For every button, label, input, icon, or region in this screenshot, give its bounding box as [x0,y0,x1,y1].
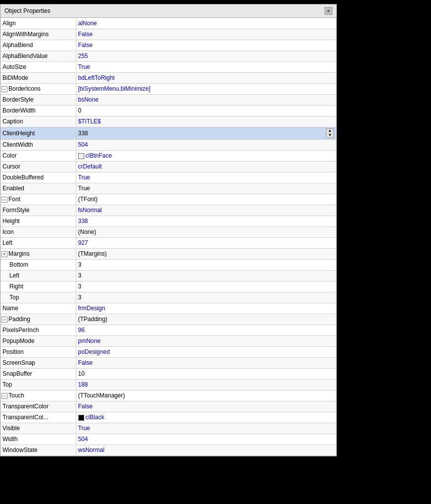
spinner-value-client-height: 338 [78,130,88,137]
prop-name-caption: Caption [0,116,76,127]
prop-name-auto-size: AutoSize [0,61,76,72]
prop-value-form-style: fsNormal [76,205,336,216]
prop-value-client-width: 504 [76,139,336,150]
prop-name-name: Name [0,303,76,314]
prop-value-auto-size: True [76,61,336,72]
color-swatch-transparent-color-value [78,415,84,421]
prop-value-transparent-color: False [76,401,336,412]
prop-name-border-width: BorderWidth [0,105,76,116]
prop-name-client-height: ClientHeight [0,127,76,139]
prop-name-margins: +Margins [0,248,76,259]
prop-name-enabled: Enabled [0,183,76,194]
prop-name-window-state: WindowState [0,445,76,455]
prop-value-bidi-mode: bdLeftToRight [76,72,336,83]
prop-name-form-style: FormStyle [0,205,76,216]
prop-value-margins-left: 3 [76,270,336,281]
prop-name-left: Left [0,237,76,248]
spinner-buttons-client-height[interactable]: ▲▼ [326,128,334,138]
prop-name-margins-bottom: Bottom [0,259,76,270]
prop-value-alpha-blend: False [76,40,336,51]
prop-value-font: (TFont) [76,194,336,205]
prop-value-left: 927 [76,237,336,248]
prop-value-window-state: wsNormal [76,445,336,455]
prop-name-margins-right: Right [0,281,76,292]
panel-title-text: Object Properties [4,7,51,14]
prop-name-alpha-blend-value: AlphaBlendValue [0,51,76,61]
prop-name-color: Color [0,150,76,161]
prop-name-visible: Visible [0,423,76,434]
prop-name-alpha-blend: AlphaBlend [0,40,76,51]
prop-value-top: 188 [76,379,336,390]
prop-name-screen-snap: ScreenSnap [0,357,76,368]
prop-name-width: Width [0,434,76,445]
prop-name-label-margins: Margins [8,250,30,257]
color-value-text-color: clBtnFace [86,152,112,159]
prop-value-caption: $TITLE$ [76,116,336,127]
prop-name-top: Top [0,379,76,390]
prop-name-height: Height [0,216,76,226]
spinner-down-client-height[interactable]: ▼ [326,133,333,138]
prop-name-cursor: Cursor [0,161,76,172]
prop-name-icon: Icon [0,226,76,237]
prop-value-border-icons: [biSystemMenu,biMinimize] [76,83,336,94]
prop-value-align: alNone [76,18,336,29]
prop-name-padding: −Padding [0,314,76,325]
prop-name-transparent-color: TransparentColor [0,401,76,412]
prop-value-cursor: crDefault [76,161,336,172]
prop-value-margins-bottom: 3 [76,259,336,270]
color-value-text-transparent-color-value: clBlack [86,414,105,421]
prop-value-border-width: 0 [76,105,336,116]
prop-value-client-height[interactable]: 338▲▼ [76,127,336,139]
prop-value-transparent-color-value: clBlack [76,412,336,423]
prop-value-name: frmDesign [76,303,336,314]
prop-name-popup-mode: PopupMode [0,336,76,346]
prop-value-padding: (TPadding) [76,314,336,325]
collapse-icon[interactable]: − [1,86,7,92]
prop-value-position: poDesigned [76,346,336,357]
prop-value-screen-snap: False [76,357,336,368]
prop-value-icon: (None) [76,226,336,237]
expand-icon[interactable]: + [1,251,7,257]
prop-value-enabled: True [76,183,336,194]
prop-value-alpha-blend-value: 255 [76,51,336,61]
prop-value-snap-buffer: 10 [76,368,336,379]
prop-name-touch: −Touch [0,390,76,401]
prop-name-double-buffered: DoubleBuffered [0,172,76,183]
prop-name-pixels-per-inch: PixelsPerInch [0,325,76,336]
prop-name-label-border-icons: BorderIcons [8,85,41,92]
prop-value-visible: True [76,423,336,434]
color-swatch-color [78,153,84,159]
prop-name-align-with-margins: AlignWithMargins [0,29,76,40]
prop-value-align-with-margins: False [76,29,336,40]
prop-name-label-padding: Padding [8,316,30,323]
prop-name-label-touch: Touch [8,392,24,399]
prop-name-margins-top: Top [0,292,76,303]
prop-value-border-style: bsNone [76,94,336,105]
prop-value-margins-right: 3 [76,281,336,292]
prop-name-transparent-color-value: TransparentCol... [0,412,76,423]
prop-value-margins-top: 3 [76,292,336,303]
prop-value-width: 504 [76,434,336,445]
prop-name-margins-left: Left [0,270,76,281]
prop-value-height: 338 [76,216,336,226]
properties-table: AlignalNoneAlignWithMarginsFalseAlphaBle… [0,18,336,456]
prop-name-font: −Font [0,194,76,205]
prop-value-pixels-per-inch: 96 [76,325,336,336]
prop-value-color: clBtnFace [76,150,336,161]
prop-value-margins: (TMargins) [76,248,336,259]
prop-name-border-style: BorderStyle [0,94,76,105]
panel-title-bar: Object Properties × [0,4,336,18]
object-properties-panel: Object Properties × AlignalNoneAlignWith… [0,4,337,456]
prop-value-double-buffered: True [76,172,336,183]
prop-name-snap-buffer: SnapBuffer [0,368,76,379]
prop-value-popup-mode: pmNone [76,336,336,346]
prop-name-bidi-mode: BiDiMode [0,72,76,83]
collapse-icon[interactable]: − [1,393,7,399]
panel-close-button[interactable]: × [324,7,332,15]
spinner-cell-client-height: 338▲▼ [78,128,334,138]
prop-value-touch: (TTouchManager) [76,390,336,401]
prop-name-position: Position [0,346,76,357]
prop-name-border-icons: −BorderIcons [0,83,76,94]
collapse-icon[interactable]: − [1,317,7,323]
collapse-icon[interactable]: − [1,197,7,203]
